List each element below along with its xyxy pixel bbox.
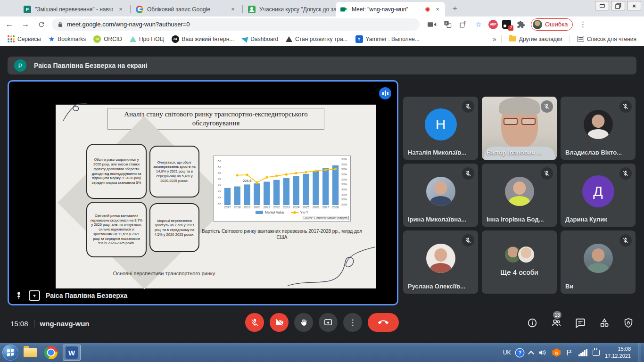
presentation-tile[interactable]: Аналіз стану світового ринку транспортно… <box>8 80 398 305</box>
tab-google-account[interactable]: Обліковий запис Google × <box>131 2 240 16</box>
taskbar-clock[interactable]: 15:08 17.12.2021 <box>605 346 633 360</box>
raise-hand-button[interactable] <box>294 313 313 332</box>
avatar-photo <box>505 177 534 206</box>
bookmarks-right: » Другие закладки Список для чтения <box>488 35 644 43</box>
avatar-photo <box>426 244 455 273</box>
bookmark-orcid[interactable]: iD ORCID <box>93 35 122 43</box>
present-screen-button[interactable] <box>319 313 338 332</box>
participant-name: Наталія Миколаїв... <box>408 149 466 156</box>
bookmarks-overflow-chevron[interactable]: » <box>493 35 496 43</box>
tab-meet-active[interactable]: Meet: "wng-navg-wun" × <box>336 2 445 16</box>
start-button[interactable] <box>2 345 18 361</box>
adblock-icon[interactable]: ABP <box>488 20 498 29</box>
chrome-taskbar-button[interactable] <box>42 345 60 361</box>
bookmark-bookmarks[interactable]: ★ Bookmarks <box>49 35 86 43</box>
participant-tile-vladyslav[interactable]: Владислав Вікто... <box>561 97 636 160</box>
slide-textbox-2: Очікується, що обсяг авіаперевезень зрос… <box>149 146 199 197</box>
camera-allowed-icon[interactable] <box>426 19 438 30</box>
tab-separator <box>130 5 131 13</box>
participant-tile-ruslana[interactable]: Руслана Олексіїв... <box>403 230 478 294</box>
end-call-button[interactable] <box>368 313 399 332</box>
tab-separator <box>242 5 243 13</box>
browser-menu-icon[interactable]: ⋮ <box>579 20 586 29</box>
more-options-button[interactable]: ⋮ <box>343 313 362 332</box>
legend-label: Market Value <box>265 211 284 214</box>
profile-button[interactable]: Ошибка <box>531 18 573 31</box>
restore-button[interactable] <box>611 1 625 10</box>
mic-muted-icon <box>462 100 474 113</box>
other-bookmarks-button[interactable]: Другие закладки <box>509 36 562 42</box>
language-indicator[interactable]: UK <box>503 349 511 356</box>
camera-toggle-button[interactable] <box>270 313 289 332</box>
activities-icon[interactable] <box>598 317 611 329</box>
browser-tab-strip: P "Змішані перевезення" - навчал × Облік… <box>0 0 644 16</box>
mic-toggle-button[interactable] <box>245 313 264 332</box>
tray-expand-chevron[interactable] <box>528 351 535 357</box>
address-bar[interactable]: meet.google.com/wng-navg-wun?authuser=0 <box>52 18 420 31</box>
chat-icon[interactable] <box>574 317 586 329</box>
bookmark-transport-state[interactable]: Стан розвитку тра... <box>286 36 348 42</box>
participant-tile-natalia[interactable]: Н Наталія Миколаїв... <box>403 97 478 160</box>
participant-tile-iryna[interactable]: Ірина Миколаївна... <box>403 164 478 227</box>
bookmark-dashboard[interactable]: Dashboard <box>241 36 278 42</box>
meeting-meta: 15:08 wng-navg-wun <box>10 320 90 328</box>
presenting-icon <box>29 290 40 301</box>
bookmark-yammer[interactable]: Y Yammer : Выполне... <box>355 35 420 43</box>
chart-legend: Market Value Y-o-Y <box>214 211 350 214</box>
divider <box>501 35 502 43</box>
extension-icon[interactable]: 2 <box>502 20 511 29</box>
reload-button[interactable] <box>35 18 48 31</box>
help-tray-icon[interactable]: ? <box>516 349 524 357</box>
participant-tile-daryna[interactable]: Д Дарина Кулик <box>561 164 636 227</box>
participant-tile-you[interactable]: Ви <box>561 230 636 294</box>
bookmark-star-icon[interactable]: ☆ <box>473 19 484 30</box>
participant-tile-viktor[interactable]: Віктор Іванович ... <box>482 97 557 160</box>
participants-icon[interactable]: 13 <box>550 317 562 329</box>
avast-icon[interactable]: a <box>552 348 561 357</box>
tab-close-icon[interactable]: × <box>229 6 237 13</box>
new-tab-button[interactable]: + <box>449 4 461 13</box>
avatar-photo <box>584 244 613 273</box>
decorative-squiggle <box>287 246 376 288</box>
bookmark-label: Yammer : Выполне... <box>366 36 420 42</box>
share-icon[interactable] <box>457 19 469 30</box>
device-tray-icon[interactable] <box>593 350 600 356</box>
host-controls-icon[interactable] <box>622 317 635 329</box>
tab-close-icon[interactable]: × <box>434 6 441 13</box>
forward-button[interactable]: → <box>19 18 32 31</box>
bookmark-internet[interactable]: 24 Ваш живий Інтерн... <box>172 35 234 43</box>
24-icon: 24 <box>172 35 179 43</box>
network-signal-icon[interactable] <box>578 349 587 356</box>
tab-close-icon[interactable]: × <box>117 6 124 13</box>
pin-icon[interactable] <box>15 291 23 300</box>
participant-name: Ви <box>565 283 573 290</box>
participants-count-badge: 13 <box>553 311 561 319</box>
translate-icon[interactable]: A <box>442 19 453 30</box>
meeting-details-icon[interactable] <box>526 317 538 329</box>
slide-textbox-3: Світовий ринок вантажних перевезень скор… <box>86 202 147 257</box>
tab-mixed-transport[interactable]: P "Змішані перевезення" - навчал × <box>19 2 128 16</box>
chart-caption: Вартість Світового ринку вантажних перев… <box>202 228 362 240</box>
show-desktop-button[interactable] <box>638 343 641 362</box>
back-button[interactable]: ← <box>3 18 16 31</box>
extensions-puzzle-icon[interactable] <box>515 19 527 30</box>
participant-name: Руслана Олексіїв... <box>408 283 465 290</box>
volume-icon[interactable] <box>538 349 547 356</box>
bookmark-services[interactable]: Сервисы <box>8 35 41 42</box>
word-taskbar-button[interactable]: W <box>63 345 81 361</box>
reading-list-icon <box>577 36 584 42</box>
reading-list-button[interactable]: Список для чтения <box>577 36 636 42</box>
participant-tile-inna[interactable]: Інна Ігорівна Бод... <box>482 164 557 227</box>
action-center-flag-icon[interactable] <box>566 349 573 356</box>
meeting-time: 15:08 <box>10 320 28 328</box>
meeting-code: wng-navg-wun <box>40 320 90 328</box>
close-button[interactable]: × <box>627 1 641 10</box>
meet-control-bar: 15:08 wng-navg-wun ⋮ <box>0 311 644 337</box>
bookmark-label: Список для чтения <box>587 36 636 42</box>
windows-logo-icon <box>7 349 14 356</box>
explorer-taskbar-button[interactable] <box>21 345 39 361</box>
bookmark-giots[interactable]: Про ГіОЦ <box>130 36 164 42</box>
minimize-button[interactable] <box>595 1 609 10</box>
participant-tile-overflow[interactable]: Ще 4 особи <box>482 230 557 294</box>
clock-date: 17.12.2021 <box>605 353 631 360</box>
